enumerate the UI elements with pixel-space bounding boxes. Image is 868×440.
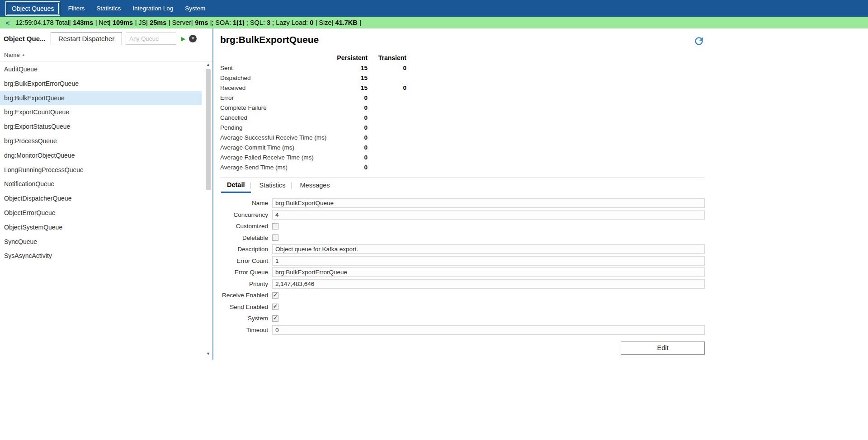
status-segment: 143ms [73, 19, 93, 26]
field-checkbox[interactable] [272, 315, 278, 322]
stat-row: Average Send Time (ms) 0 [220, 162, 705, 172]
form-field-row: Error Count 1 [220, 256, 705, 266]
status-segment: ] Net[ [95, 19, 111, 26]
field-label: Timeout [220, 327, 268, 333]
status-text: 12:59:04.178 Total[ 143ms ] Net[ 109ms ]… [15, 19, 361, 26]
edit-button[interactable]: Edit [621, 342, 705, 355]
nav-item[interactable]: Integration Log [127, 2, 178, 14]
stat-row: Pending 0 [220, 122, 705, 132]
field-checkbox[interactable] [272, 292, 278, 299]
stats-header-row: Persistent Transient [220, 53, 705, 63]
stat-transient-value: 0 [368, 65, 406, 71]
field-value-input[interactable]: brg:BulkExportErrorQueue [272, 267, 705, 277]
queue-list-item[interactable]: ObjectDispatcherQueue [0, 192, 202, 206]
nav-item[interactable]: Statistics [91, 2, 126, 14]
queue-list-item[interactable]: LongRunningProcessQueue [0, 163, 202, 178]
queue-list-item[interactable]: brg:BulkExportErrorQueue [0, 77, 202, 91]
field-control [272, 223, 705, 229]
field-checkbox[interactable] [272, 234, 278, 241]
status-segment: ; Lazy Load: [272, 19, 310, 26]
field-label: Concurrency [220, 211, 268, 218]
stat-label: Average Commit Time (ms) [220, 144, 332, 151]
queue-list-item[interactable]: ObjectSystemQueue [0, 220, 202, 235]
scroll-up-icon[interactable] [205, 62, 211, 68]
sort-ascending-icon [20, 51, 25, 58]
field-label: Priority [220, 281, 268, 287]
nav-items: Object Queues Filters Statistics Integra… [4, 0, 211, 17]
stat-persistent-value: 0 [332, 94, 368, 101]
field-value-input[interactable]: 0 [272, 325, 705, 335]
queue-list-item[interactable]: dng:MonitorObjectQueue [0, 149, 202, 163]
stat-persistent-value: 15 [332, 84, 368, 91]
restart-dispatcher-button[interactable]: Restart Dispatcher [51, 32, 122, 45]
refresh-icon[interactable] [693, 35, 705, 47]
scrollbar-thumb[interactable] [206, 69, 211, 190]
field-control: brg:BulkExportQueue [272, 198, 705, 208]
field-control [272, 315, 705, 322]
field-control: 4 [272, 210, 705, 220]
field-checkbox[interactable] [272, 304, 278, 310]
nav-item[interactable]: Filters [63, 2, 90, 14]
status-segment: ] JS[ [135, 19, 148, 26]
tab[interactable]: Statistics [254, 178, 292, 193]
field-control: 1 [272, 256, 705, 266]
stat-persistent-value: 15 [332, 75, 368, 81]
field-value-input[interactable]: brg:BulkExportQueue [272, 198, 705, 208]
stat-persistent-value: 0 [332, 154, 368, 161]
queue-list-item[interactable]: NotificationQueue [0, 177, 202, 192]
stat-row: Error 0 [220, 93, 705, 103]
tab[interactable]: Messages [294, 178, 336, 193]
stat-row: Complete Failure 0 [220, 103, 705, 112]
queue-list-item[interactable]: SyncQueue [0, 235, 202, 249]
status-segment: ] [359, 19, 361, 26]
run-filter-icon[interactable] [181, 35, 185, 42]
tab[interactable]: Detail [221, 178, 251, 193]
stat-persistent-value: 0 [332, 144, 368, 151]
form-field-row: Deletable [220, 233, 705, 243]
queue-stats-table: Persistent Transient Sent 15 0 Dispatche… [220, 53, 705, 172]
field-value-input[interactable]: Object queue for Kafka export. [272, 244, 705, 254]
list-scrollbar[interactable] [205, 62, 211, 357]
debug-status-bar: < 12:59:04.178 Total[ 143ms ] Net[ 109ms… [0, 17, 868, 28]
collapse-status-icon[interactable]: < [0, 19, 15, 27]
field-label: Send Enabled [220, 304, 268, 310]
stat-persistent-value: 15 [332, 65, 368, 71]
status-segment: 0 [310, 19, 313, 26]
queue-filter-input[interactable] [126, 33, 176, 45]
clear-filter-icon[interactable] [189, 35, 197, 42]
nav-item[interactable]: Object Queues [7, 3, 59, 14]
stat-transient-value: 0 [368, 84, 406, 91]
status-segment: 25ms [150, 19, 166, 26]
queue-list-item[interactable]: SysAsyncActivity [0, 249, 202, 263]
nav-item[interactable]: System [180, 2, 210, 14]
main-area: Object Que... Restart Dispatcher Name Au… [0, 28, 868, 360]
field-value-input[interactable]: 4 [272, 210, 705, 220]
field-checkbox[interactable] [272, 223, 278, 229]
field-control: Object queue for Kafka export. [272, 244, 705, 254]
queue-list-item[interactable]: AuditQueue [0, 62, 202, 77]
queue-list-item[interactable]: brg:ExportCountQueue [0, 105, 202, 120]
status-segment: 9ms [195, 19, 208, 26]
queue-list-item[interactable]: brg:ProcessQueue [0, 134, 202, 149]
field-value-input[interactable]: 1 [272, 256, 705, 266]
status-segment: 12:59:04.178 Total[ [15, 19, 71, 26]
queue-list-item[interactable]: brg:BulkExportQueue [0, 91, 202, 106]
form-field-row: Concurrency 4 [220, 210, 705, 220]
field-label: Customized [220, 223, 268, 229]
form-field-row: Description Object queue for Kafka expor… [220, 244, 705, 254]
queue-list-item[interactable]: brg:ExportStatusQueue [0, 120, 202, 134]
stat-row: Received 15 0 [220, 83, 705, 93]
edit-row: Edit [220, 342, 705, 355]
column-header-name[interactable]: Name [0, 48, 212, 61]
stat-row: Sent 15 0 [220, 63, 705, 73]
queue-list-item[interactable]: ObjectErrorQueue [0, 206, 202, 220]
stat-persistent-value: 0 [332, 114, 368, 121]
stat-label: Average Successful Receive Time (ms) [220, 134, 332, 141]
status-segment: ]; SOA: [210, 19, 233, 26]
field-value-input[interactable]: 2,147,483,646 [272, 279, 705, 289]
scroll-down-icon[interactable] [205, 351, 211, 357]
form-field-row: Send Enabled [220, 302, 705, 312]
field-label: Name [220, 200, 268, 206]
stat-persistent-value: 0 [332, 104, 368, 111]
stat-persistent-value: 0 [332, 124, 368, 131]
